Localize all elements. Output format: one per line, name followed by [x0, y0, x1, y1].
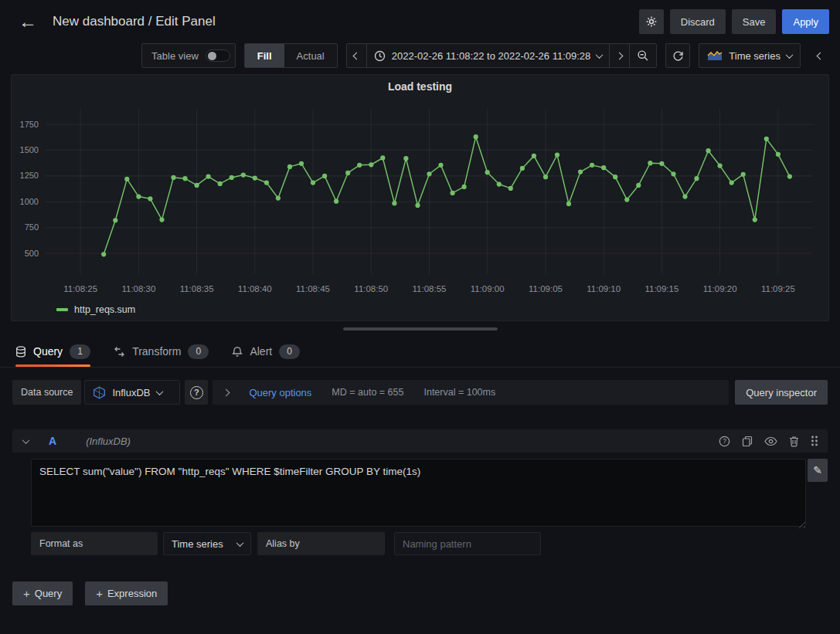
add-expression-label: Expression: [107, 588, 157, 599]
discard-button[interactable]: Discard: [670, 9, 726, 34]
toggle-visibility-button[interactable]: [764, 436, 777, 446]
datasource-label: Data source: [12, 380, 81, 405]
chevron-right-icon: [223, 388, 230, 396]
datasource-select[interactable]: InfluxDB: [84, 380, 180, 405]
tab-query[interactable]: Query 1: [15, 336, 90, 367]
save-button[interactable]: Save: [732, 9, 777, 34]
tab-alert[interactable]: Alert 0: [232, 336, 300, 367]
plus-icon: +: [96, 587, 103, 600]
svg-text:1250: 1250: [20, 171, 39, 180]
svg-text:11:08:55: 11:08:55: [413, 284, 447, 293]
svg-text:11:08:30: 11:08:30: [121, 284, 155, 293]
tab-label: Transform: [132, 345, 181, 358]
visualization-picker[interactable]: Time series: [699, 43, 801, 68]
time-series-viz-icon: [707, 50, 723, 61]
query-row-header[interactable]: A (InfluxDB) ?: [12, 429, 828, 453]
toggle-text-edit-button[interactable]: ✎: [808, 459, 828, 482]
sql-query-textarea[interactable]: SELECT sum("value") FROM "http_reqs" WHE…: [31, 459, 806, 527]
splitter-drag-handle[interactable]: [343, 327, 498, 331]
query-datasource-hint: (InfluxDB): [86, 436, 131, 447]
panel-title: Load testing: [12, 75, 828, 98]
page-title: New dashboard / Edit Panel: [53, 14, 216, 29]
time-picker-group: 2022-02-26 11:08:22 to 2022-02-26 11:09:…: [346, 43, 658, 68]
chart-legend: http_reqs.sum: [12, 299, 828, 320]
format-as-select[interactable]: Time series: [163, 532, 251, 555]
query-options-strip[interactable]: Query options MD = auto = 655 Interval =…: [213, 380, 729, 405]
tab-label: Query: [33, 345, 63, 358]
clock-icon: [374, 50, 386, 62]
svg-text:11:09:10: 11:09:10: [587, 284, 621, 293]
chevron-down-icon: [786, 51, 794, 59]
add-query-label: Query: [35, 588, 62, 599]
drag-handle[interactable]: [811, 436, 818, 446]
transform-icon: [114, 346, 125, 358]
add-query-button[interactable]: + Query: [12, 581, 73, 605]
collapse-options-pane-button[interactable]: [809, 43, 831, 68]
query-options-link[interactable]: Query options: [249, 387, 311, 398]
naming-pattern-input[interactable]: [394, 532, 541, 555]
plus-icon: +: [23, 587, 30, 600]
panel-settings-button[interactable]: [639, 9, 664, 34]
svg-text:11:09:05: 11:09:05: [529, 284, 563, 293]
tab-label: Alert: [250, 345, 272, 358]
chevron-left-icon: [352, 52, 360, 59]
duplicate-query-button[interactable]: [742, 436, 753, 447]
chart-panel: Load testing 500750100012501500175011:08…: [11, 74, 829, 321]
query-ref-id[interactable]: A: [49, 435, 56, 447]
grip-dots-icon: [811, 436, 818, 446]
bell-icon: [232, 346, 243, 358]
tab-badge: 0: [279, 344, 300, 359]
svg-text:11:08:50: 11:08:50: [354, 284, 388, 293]
svg-text:11:09:20: 11:09:20: [703, 284, 737, 293]
back-arrow-icon[interactable]: ←: [14, 12, 42, 31]
datasource-help-button[interactable]: ?: [185, 380, 208, 405]
actual-option[interactable]: Actual: [284, 44, 337, 67]
query-inspector-button[interactable]: Query inspector: [735, 380, 828, 405]
svg-text:1000: 1000: [20, 197, 39, 206]
format-row: Format as Time series Alias by: [31, 532, 808, 555]
svg-text:11:09:15: 11:09:15: [644, 284, 678, 293]
apply-button[interactable]: Apply: [782, 9, 829, 34]
add-expression-button[interactable]: + Expression: [85, 581, 168, 605]
zoom-out-button[interactable]: [629, 44, 656, 67]
svg-text:1500: 1500: [20, 145, 39, 154]
editor-tabs: Query 1 Transform 0 Alert 0: [0, 336, 840, 368]
query-help-button[interactable]: ?: [719, 436, 730, 447]
max-datapoints-text: MD = auto = 655: [332, 387, 403, 398]
header-actions: Discard Save Apply: [639, 9, 829, 34]
time-range-text: 2022-02-26 11:08:22 to 2022-02-26 11:09:…: [392, 50, 591, 62]
delete-query-button[interactable]: [789, 436, 799, 447]
pane-splitter: [0, 321, 840, 336]
chevron-down-icon: [155, 388, 163, 395]
series-legend-label[interactable]: http_reqs.sum: [74, 304, 135, 315]
tab-badge: 1: [70, 344, 90, 359]
alias-by-label: Alias by: [257, 532, 385, 555]
toggle-knob: [208, 52, 216, 60]
query-row-card: A (InfluxDB) ?: [12, 429, 828, 555]
query-editor-body: SELECT sum("value") FROM "http_reqs" WHE…: [12, 453, 828, 529]
top-header: ← New dashboard / Edit Panel Discard Sav…: [0, 0, 840, 43]
chevron-down-icon: [596, 51, 604, 59]
svg-text:11:08:25: 11:08:25: [63, 284, 97, 293]
datasource-row: Data source InfluxDB ? Query options MD …: [12, 380, 828, 405]
gear-icon: [645, 15, 658, 28]
eye-icon: [764, 436, 777, 446]
table-view-switch[interactable]: [206, 49, 230, 62]
svg-text:11:09:00: 11:09:00: [471, 284, 505, 293]
refresh-button[interactable]: [665, 43, 690, 68]
add-buttons-row: + Query + Expression: [12, 581, 828, 605]
tab-transform[interactable]: Transform 0: [114, 336, 209, 367]
svg-text:500: 500: [25, 249, 39, 258]
interval-text: Interval = 100ms: [423, 387, 495, 398]
svg-text:?: ?: [723, 437, 726, 445]
chevron-down-icon: [236, 539, 244, 547]
database-icon: [15, 346, 26, 358]
time-range-button[interactable]: 2022-02-26 11:08:22 to 2022-02-26 11:09:…: [366, 44, 610, 67]
svg-text:11:09:25: 11:09:25: [761, 284, 795, 293]
chevron-down-icon[interactable]: [22, 436, 30, 444]
grafana-edit-panel: ← New dashboard / Edit Panel Discard Sav…: [0, 0, 840, 634]
time-shift-back-button[interactable]: [347, 44, 366, 67]
timeseries-chart[interactable]: 500750100012501500175011:08:2511:08:3011…: [12, 98, 828, 299]
time-shift-forward-button[interactable]: [609, 44, 629, 67]
fill-option[interactable]: Fill: [245, 44, 284, 67]
